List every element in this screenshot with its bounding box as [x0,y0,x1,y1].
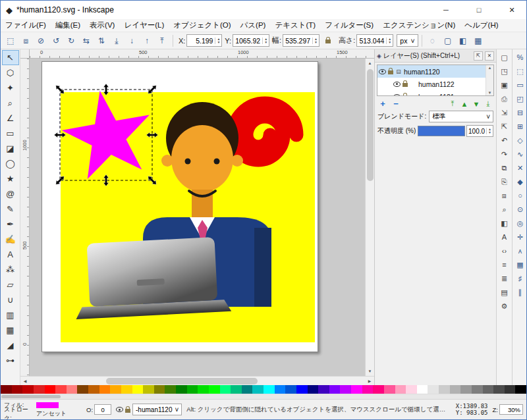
snap-cusp-nodes[interactable]: ◆ [514,175,527,188]
palette-swatch[interactable] [132,385,144,394]
cmd-xml-editor[interactable]: ‹› [498,244,511,257]
maximize-button[interactable]: □ [464,1,493,19]
fill-color-swatch[interactable] [36,402,59,408]
scroll-down-icon[interactable]: ▼ [488,91,492,95]
select-all-button[interactable]: ⬚ [3,34,18,48]
palette-swatch[interactable] [67,385,78,394]
cmd-export[interactable]: ⇱ [498,120,511,133]
cmd-save[interactable]: ▣ [498,78,511,92]
cmd-copy[interactable]: ⧉ [498,161,511,174]
layer-lower-bottom-button[interactable]: ⤓ [483,99,493,108]
palette-swatch[interactable] [77,385,88,394]
rotate-cw-button[interactable]: ↻ [64,34,78,48]
width-field[interactable]: 535.297 ▲▼ [283,34,319,47]
snap-path-intersections[interactable]: ✕ [514,161,527,174]
deselect-button[interactable]: ⊘ [34,34,48,48]
palette-swatch[interactable] [187,385,198,394]
scroll-up-icon[interactable]: ▲ [488,66,492,70]
x-field[interactable]: 5.199 ▲▼ [186,34,222,47]
palette-swatch[interactable] [45,385,56,394]
current-layer-select[interactable]: -human1120 ˅ [132,404,182,415]
tool-eraser[interactable]: ▱ [2,277,19,292]
palette-swatch[interactable] [308,385,319,394]
rotate-ccw-button[interactable]: ↺ [49,34,63,48]
palette-swatch[interactable] [439,385,450,394]
menu-item[interactable]: 編集(E) [51,19,85,32]
lower-button[interactable]: ↓ [125,34,139,48]
tool-dropper[interactable]: ◢ [2,338,19,353]
horizontal-ruler[interactable]: 050010001500 [30,49,374,59]
cmd-undo[interactable]: ↶ [498,134,511,147]
palette-swatch[interactable] [1,385,12,394]
palette-swatch[interactable] [121,385,132,394]
tool-zoom[interactable]: ⌕ [2,95,19,111]
spinner-arrows-icon[interactable]: ▲▼ [312,38,319,44]
raise-button[interactable]: ↑ [140,34,154,48]
menu-item[interactable]: レイヤー(L) [119,19,169,32]
snap-grids[interactable]: ♯ [514,272,527,285]
snap-bbox-centers[interactable]: ⊞ [514,120,527,133]
tool-calligraphy[interactable]: ✍ [2,232,19,247]
palette-swatch[interactable] [340,385,351,394]
tool-3dbox[interactable]: ◪ [2,141,19,156]
add-layer-button[interactable]: + [377,99,388,109]
snap-object-centers[interactable]: ◎ [514,217,527,230]
tool-selector[interactable]: ↖ [2,50,19,65]
palette-swatch[interactable] [395,385,406,394]
palette-swatch[interactable] [198,385,209,394]
snap-bbox-corners[interactable]: ◰ [514,92,527,105]
snap-nodes[interactable]: ◇ [514,134,527,147]
tool-spiral[interactable]: @ [2,186,19,201]
palette-swatch[interactable] [99,385,111,394]
vertical-ruler[interactable]: 10005000 [20,59,30,376]
tool-tweak[interactable]: ✦ [2,80,19,95]
tool-node-editor[interactable]: ⬡ [2,65,19,80]
dialog-float-button[interactable]: ⇱ [474,51,483,61]
cmd-redo[interactable]: ↷ [498,147,511,161]
tool-rectangle[interactable]: ▭ [2,126,19,141]
snap-text-baselines[interactable]: ᴀ [514,244,527,257]
palette-swatch[interactable] [318,385,329,394]
layer-visibility-icon[interactable] [393,82,401,87]
palette-scroll-thumb[interactable] [1,395,61,398]
palette-swatch[interactable] [373,385,384,394]
opacity-slider[interactable] [418,126,465,136]
layer-visibility-icon[interactable] [393,94,401,96]
flip-horizontal-button[interactable]: ⇆ [79,34,94,48]
snap-page-border[interactable]: ▦ [514,258,527,271]
layer-row[interactable]: ⊟ human1120 [377,65,485,78]
palette-swatch[interactable] [428,385,439,394]
palette-swatch[interactable] [22,385,34,394]
palette-swatch[interactable] [154,385,165,394]
flip-vertical-button[interactable]: ⇅ [94,34,109,48]
remove-layer-button[interactable]: − [391,99,401,109]
y-field[interactable]: 1065.92 ▲▼ [233,34,269,47]
cmd-preferences[interactable]: ⚙ [498,300,511,313]
palette-swatch[interactable] [143,385,154,394]
unit-select[interactable]: px ˅ [397,34,418,47]
tool-bucket-fill[interactable]: ∪ [2,292,19,307]
menu-item[interactable]: テキスト(T) [270,19,320,32]
layer-raise-top-button[interactable]: ⤒ [447,99,458,108]
palette-swatch[interactable] [165,385,176,394]
menu-item[interactable]: エクステンション(N) [378,19,460,32]
palette-swatch[interactable] [351,385,362,394]
horizontal-scrollbar[interactable]: ◀ ▶ [20,376,374,385]
snap-smooth-nodes[interactable]: ○ [514,189,527,202]
layer-expander-icon[interactable]: ⊟ [395,68,402,75]
palette-swatch[interactable] [34,385,45,394]
palette-swatch[interactable] [285,385,296,394]
palette-swatch[interactable] [450,385,461,394]
drawing-canvas[interactable] [42,62,319,353]
menu-item[interactable]: フィルター(S) [320,19,378,32]
palette-swatch[interactable] [220,385,231,394]
layer-lock-icon[interactable] [388,70,393,74]
tool-bezier-pen[interactable]: ✒ [2,217,19,232]
palette-swatch[interactable] [384,385,395,394]
zoom-field[interactable]: 30% [499,404,523,415]
dialog-close-button[interactable]: ✕ [485,51,494,61]
tool-star[interactable]: ★ [2,171,19,186]
snap-guides[interactable]: ∥ [514,286,527,299]
horizontal-scroll-thumb[interactable] [106,378,258,384]
cmd-document-properties[interactable]: ▤ [498,286,511,299]
